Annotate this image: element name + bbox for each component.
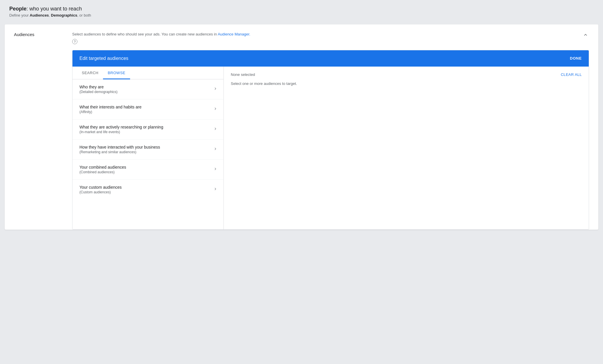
main-card: Audiences Select audiences to define who…	[5, 24, 598, 230]
browse-item-subtitle: (Combined audiences)	[79, 170, 211, 174]
audiences-desc-block: Select audiences to define who should se…	[72, 31, 582, 44]
browse-item-title: What they are actively researching or pl…	[79, 125, 211, 129]
panel-header: Edit targeted audiences DONE	[72, 50, 589, 67]
audiences-description: Select audiences to define who should se…	[72, 31, 582, 37]
panel-header-title: Edit targeted audiences	[79, 56, 128, 61]
browse-item-subtitle: (Custom audiences)	[79, 190, 211, 194]
subtitle-bold1: Audiences	[30, 13, 49, 17]
browse-item-title: How they have interacted with your busin…	[79, 145, 211, 149]
right-panel-header: None selected CLEAR ALL	[231, 72, 582, 77]
tab-search[interactable]: SEARCH	[77, 67, 103, 79]
tabs-row: SEARCH BROWSE	[72, 67, 224, 79]
page-wrapper: People: who you want to reach Define you…	[0, 0, 603, 230]
desc-prefix: Select audiences to define who should se…	[72, 32, 218, 36]
browse-item-subtitle: (In-market and life events)	[79, 130, 211, 134]
browse-item-combined[interactable]: Your combined audiences (Combined audien…	[72, 160, 224, 180]
browse-item-subtitle: (Remarketing and similar audiences)	[79, 150, 211, 154]
header-title: People: who you want to reach	[9, 6, 594, 12]
help-icon[interactable]: ?	[72, 39, 77, 44]
subtitle-suffix: , or both	[77, 13, 91, 17]
chevron-right-icon	[213, 187, 218, 192]
chevron-right-icon	[213, 147, 218, 152]
header-title-bold: People	[9, 6, 26, 12]
browse-item-interests[interactable]: What their interests and habits are (Aff…	[72, 99, 224, 119]
header-section: People: who you want to reach Define you…	[0, 0, 603, 22]
chevron-right-icon	[213, 106, 218, 112]
panel-body: SEARCH BROWSE Who they are (Detailed dem…	[72, 67, 589, 229]
browse-items: Who they are (Detailed demographics) Wha…	[72, 79, 224, 199]
chevron-right-icon	[213, 167, 218, 172]
panel-left: SEARCH BROWSE Who they are (Detailed dem…	[72, 67, 224, 229]
browse-item-text: Who they are (Detailed demographics)	[79, 85, 211, 94]
header-title-rest: : who you want to reach	[26, 6, 82, 12]
browse-item-title: Your combined audiences	[79, 165, 211, 169]
browse-item-subtitle: (Detailed demographics)	[79, 90, 211, 94]
collapse-icon[interactable]	[582, 31, 589, 40]
chevron-right-icon	[213, 126, 218, 132]
done-button[interactable]: DONE	[570, 56, 582, 60]
tab-browse[interactable]: BROWSE	[103, 67, 130, 79]
browse-item-researching[interactable]: What they are actively researching or pl…	[72, 119, 224, 140]
clear-all-button[interactable]: CLEAR ALL	[561, 72, 582, 77]
audience-manager-link[interactable]: Audience Manager.	[218, 32, 250, 36]
panel-right: None selected CLEAR ALL Select one or mo…	[224, 67, 589, 229]
browse-item-who-they-are[interactable]: Who they are (Detailed demographics)	[72, 79, 224, 99]
chevron-right-icon	[213, 86, 218, 92]
browse-item-interacted[interactable]: How they have interacted with your busin…	[72, 140, 224, 160]
browse-item-text: Your combined audiences (Combined audien…	[79, 165, 211, 174]
select-prompt: Select one or more audiences to target.	[231, 81, 582, 86]
browse-item-title: Your custom audiences	[79, 185, 211, 190]
subtitle-prefix: Define your	[9, 13, 30, 17]
browse-item-subtitle: (Affinity)	[79, 110, 211, 114]
browse-item-title: What their interests and habits are	[79, 105, 211, 109]
browse-item-title: Who they are	[79, 85, 211, 89]
panel-container: Edit targeted audiences DONE SEARCH BROW…	[72, 50, 589, 230]
browse-item-text: What their interests and habits are (Aff…	[79, 105, 211, 114]
browse-item-text: What they are actively researching or pl…	[79, 125, 211, 134]
none-selected-label: None selected	[231, 72, 255, 77]
browse-item-custom[interactable]: Your custom audiences (Custom audiences)	[72, 180, 224, 199]
subtitle-bold2: Demographics	[51, 13, 77, 17]
audiences-label: Audiences	[14, 31, 72, 37]
browse-item-text: Your custom audiences (Custom audiences)	[79, 185, 211, 194]
subtitle-separator: ,	[49, 13, 51, 17]
audiences-header: Audiences Select audiences to define who…	[5, 24, 598, 50]
header-subtitle: Define your Audiences, Demographics, or …	[9, 13, 594, 17]
browse-item-text: How they have interacted with your busin…	[79, 145, 211, 154]
